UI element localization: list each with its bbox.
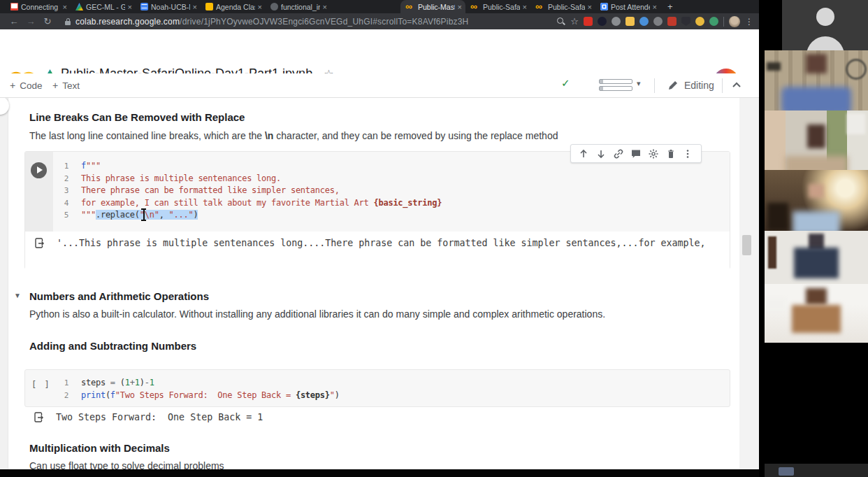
browser-profile-avatar[interactable] [729,16,740,27]
code-line[interactable]: 2This phrase is multiple sentenances lon… [53,173,727,185]
bottom-black-bar [0,469,759,477]
settings-icon[interactable] [648,148,659,159]
disk-gauge[interactable] [599,86,632,91]
heading-numbers-arithmetic: Numbers and Arithmetic Operations [29,290,209,302]
editing-mode-button[interactable]: Editing [667,80,714,91]
delete-icon[interactable] [665,148,677,159]
new-tab-button[interactable]: + [667,1,673,12]
ext-red-icon[interactable] [584,17,593,26]
para-text: character, and they can be removed by us… [273,130,558,141]
code-cell[interactable]: [ ] 1steps = (1+1)-12print(f"Two Steps F… [24,369,730,407]
cell-run-brackets[interactable]: [ ] [31,380,51,390]
add-text-button[interactable]: +Text [52,80,80,91]
ext-gold-icon[interactable] [695,17,704,26]
tab-close-icon[interactable]: × [458,3,462,11]
tab-close-icon[interactable]: × [63,3,67,11]
browser-tab[interactable]: Connecting for the× [6,0,71,13]
url-bar: ← → ↻ colab.research.google.com/drive/1j… [0,13,759,29]
comment-icon[interactable] [630,148,642,159]
participant-video-3[interactable] [765,170,868,231]
browser-tab[interactable]: functional_intro_to_× [266,0,331,13]
link-icon[interactable] [613,148,624,159]
add-code-button[interactable]: +Code [10,80,42,91]
code-cell[interactable]: 1f"""2This phrase is multiple sentenance… [24,151,730,269]
add-text-label: Text [62,80,80,91]
tab-close-icon[interactable]: × [588,3,592,11]
para-line-breaks: The last long line contained line breaks… [29,130,558,141]
code-text: There phrase can be formatted like simpl… [68,185,340,197]
code-token: 1 [150,378,154,387]
ext-shield-icon[interactable] [681,17,690,26]
browser-tab[interactable]: GEC-ML - Google L× [71,0,136,13]
address-text[interactable]: colab.research.google.com/drive/1jPhYOyv… [75,17,468,27]
tab-close-icon[interactable]: × [523,3,527,11]
tab-close-icon[interactable]: × [653,3,657,11]
participant-camera-off[interactable] [782,0,868,50]
generic-icon [270,3,278,10]
tab-title: Public-Master-Saf [418,3,455,11]
back-icon[interactable]: ← [6,16,22,27]
participant-video-5[interactable] [765,284,868,343]
browser-tab[interactable]: Post Attendee - Zo× [595,0,660,13]
forward-icon[interactable]: → [22,16,39,27]
tab-close-icon[interactable]: × [323,3,327,11]
code-line[interactable]: 4for example, I can still talk about my … [53,197,727,210]
code-token: - [145,378,150,387]
browser-tab[interactable]: ∞Public-Master-Saf× [400,0,465,13]
collapse-header-icon[interactable] [732,82,741,87]
ext-yellow-k-icon[interactable] [625,17,635,26]
more-icon[interactable] [682,148,693,159]
tab-close-icon[interactable]: × [258,3,262,11]
participant-video-2[interactable] [765,111,868,170]
bookmark-star-icon[interactable]: ☆ [570,17,579,26]
browser-window: Connecting for the×GEC-ML - Google L×Noa… [0,0,759,477]
url-path: /drive/1jPhYOyvweOJVW3Engci6GcnVEGd_UhGI… [180,17,468,27]
ext-slate-icon[interactable] [653,17,663,26]
code-line[interactable]: 5""".replace("\n", "...") [53,209,727,222]
section-collapse-icon[interactable]: ▼ [14,292,21,299]
browser-tab[interactable]: Noah-UCB-Machin× [136,0,201,13]
para-text: The last long line contained line breaks… [29,130,265,141]
code-line[interactable]: 2print(f"Two Steps Forward: One Step Bac… [53,390,727,402]
tab-title: Public-SafariOnlin [548,3,585,11]
cell-output-text: '...This phrase is multiple sentenances … [57,237,706,249]
tab-close-icon[interactable]: × [128,3,132,11]
code-token: for example, I can still talk about my f… [81,198,373,208]
code-token: 1 [125,378,130,387]
code-token: print [81,390,106,400]
reload-icon[interactable]: ↻ [39,16,56,27]
move-up-icon[interactable] [578,148,589,159]
lock-icon[interactable] [64,18,71,25]
browser-tab[interactable]: ∞Public-SafariOnlin× [530,0,595,13]
move-down-icon[interactable] [595,148,607,159]
search-icon[interactable] [556,17,565,26]
tab-title: functional_intro_to_ [281,3,320,11]
ext-navy-icon[interactable] [598,17,607,26]
code-line[interactable]: 1steps = (1+1)-1 [53,377,727,390]
ram-gauge[interactable] [599,79,632,84]
ext-gray-icon[interactable] [612,17,621,26]
scrollbar-thumb[interactable] [742,235,751,255]
browser-menu-icon[interactable]: ⋮ [745,17,753,27]
participant-video-4[interactable] [765,231,868,284]
code-token: , [159,210,169,220]
code-token: ) [140,378,145,387]
code-token: 1 [135,378,140,387]
colab-icon: ∞ [405,3,415,10]
code-line[interactable]: 3There phrase can be formatted like simp… [53,185,727,197]
scrollbar-track[interactable] [739,98,759,469]
code-text: print(f"Two Steps Forward: One Step Back… [68,390,340,402]
run-cell-button[interactable] [31,162,47,178]
browser-tab[interactable]: Agenda Class #1 - × [201,0,266,13]
ext-green-icon[interactable] [709,17,718,26]
divider [723,17,724,27]
browser-tab[interactable]: ∞Public-SafariOnlin× [465,0,530,13]
ext-blue-icon[interactable] [639,17,649,26]
resources-dropdown-icon[interactable]: ▾ [637,79,641,88]
divider [722,78,723,93]
participant-video-1[interactable] [765,50,868,111]
tab-close-icon[interactable]: × [193,3,197,11]
ext-crimson-icon[interactable] [667,17,677,26]
code-token: + [130,378,135,387]
video-footer-widget [779,467,794,476]
